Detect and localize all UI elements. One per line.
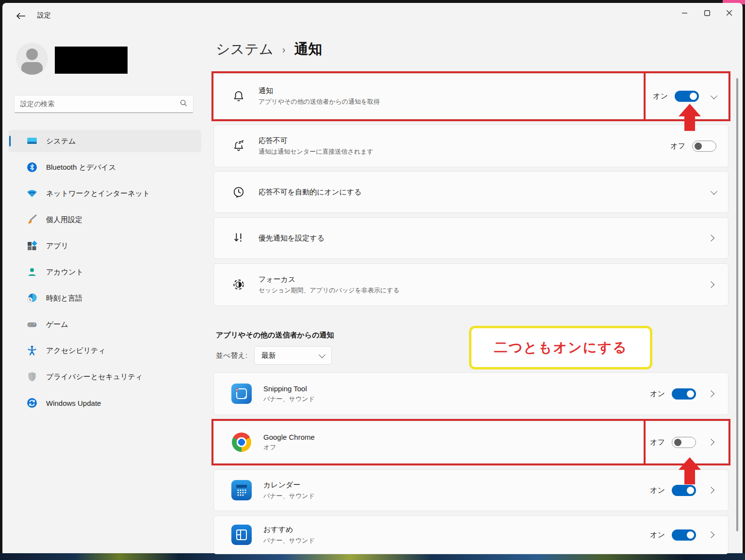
wifi-icon <box>26 187 38 200</box>
calendar-icon <box>231 480 252 500</box>
gamepad-icon <box>26 318 38 331</box>
system-icon <box>26 135 38 147</box>
search-placeholder: 設定の検索 <box>15 100 180 109</box>
focus-icon <box>231 277 246 292</box>
maximize-button[interactable] <box>696 3 718 23</box>
sidebar-item-label: アプリ <box>46 241 68 251</box>
card-subtitle: 通知は通知センターに直接送信されます <box>259 147 670 156</box>
sidebar-item-label: 個人用設定 <box>46 215 82 224</box>
setting-card-auto-dnd[interactable]: 応答不可を自動的にオンにする <box>213 171 729 213</box>
card-title: 優先通知を設定する <box>259 234 709 243</box>
chevron-right-icon[interactable] <box>708 439 714 446</box>
sidebar-item-label: システム <box>46 137 76 146</box>
app-name: カレンダー <box>263 480 650 490</box>
card-title: 応答不可 <box>259 136 670 145</box>
sidebar-item-label: アカウント <box>46 268 83 277</box>
notifications-toggle[interactable] <box>675 91 699 102</box>
sidebar-item-system[interactable]: システム <box>8 130 201 152</box>
search-icon <box>180 99 187 109</box>
google-chrome-toggle[interactable] <box>672 437 696 448</box>
sidebar-item-apps[interactable]: アプリ <box>8 235 201 257</box>
setting-card-do-not-disturb[interactable]: 応答不可 通知は通知センターに直接送信されます オフ <box>213 125 729 167</box>
chevron-right-icon[interactable] <box>708 487 714 494</box>
brush-icon <box>26 213 38 226</box>
accessibility-icon <box>26 344 38 357</box>
account-icon <box>26 266 38 278</box>
chevron-right-icon[interactable] <box>708 390 714 397</box>
page-title: 通知 <box>294 40 322 59</box>
annotation-text: 二つともオンにする <box>494 338 627 357</box>
priority-icon <box>231 231 246 245</box>
breadcrumb-separator: › <box>282 44 286 55</box>
sort-dropdown[interactable]: 最新 <box>254 346 332 365</box>
toggle-state-label: オン <box>650 530 665 540</box>
toggle-state-label: オン <box>650 486 665 495</box>
sidebar-item-accounts[interactable]: アカウント <box>8 261 201 283</box>
sidebar-item-privacy[interactable]: プライバシーとセキュリティ <box>8 366 201 388</box>
sidebar-item-accessibility[interactable]: アクセシビリティ <box>8 339 201 362</box>
card-subtitle: アプリやその他の送信者からの通知を取得 <box>259 97 653 106</box>
chevron-down-icon[interactable] <box>711 92 717 99</box>
update-icon <box>26 397 38 409</box>
sidebar-item-label: 時刻と言語 <box>46 294 82 303</box>
setting-card-focus[interactable]: フォーカス セッション期間、アプリのバッジを非表示にする <box>213 263 729 306</box>
do-not-disturb-toggle[interactable] <box>692 141 716 152</box>
main-content: システム › 通知 通知 アプリやその他の送信者からの通知を取得 オン <box>213 27 729 553</box>
sidebar-item-windows-update[interactable]: Windows Update <box>8 392 201 414</box>
toggle-state-label: オフ <box>650 438 665 447</box>
sort-label: 並べ替え: <box>216 351 247 360</box>
calendar-toggle[interactable] <box>672 485 696 496</box>
avatar[interactable] <box>16 43 48 75</box>
app-name: Snipping Tool <box>263 384 650 393</box>
sort-value: 最新 <box>261 351 320 360</box>
card-title: フォーカス <box>259 275 709 284</box>
settings-window: 設定 設定の検索 システム Bluetooth とデバイス <box>2 3 743 553</box>
sidebar: 設定の検索 システム Bluetooth とデバイス ネットワークとインターネッ… <box>2 27 211 553</box>
app-row-calendar[interactable]: カレンダー バナー、サウンド オン <box>213 469 729 511</box>
suggestions-icon <box>231 525 252 545</box>
sidebar-item-label: Windows Update <box>46 399 101 407</box>
snipping-tool-toggle[interactable] <box>672 388 696 400</box>
search-input[interactable]: 設定の検索 <box>14 95 194 113</box>
back-button[interactable] <box>13 10 29 22</box>
sort-row: 並べ替え: 最新 <box>216 346 332 365</box>
minimize-button[interactable] <box>674 3 696 23</box>
sidebar-item-personalization[interactable]: 個人用設定 <box>8 208 201 231</box>
annotation-note: 二つともオンにする <box>469 326 652 369</box>
chevron-down-icon[interactable] <box>711 188 717 195</box>
snipping-tool-icon <box>231 384 252 404</box>
titlebar: 設定 <box>2 3 743 27</box>
sidebar-item-network[interactable]: ネットワークとインターネット <box>8 182 201 205</box>
sidebar-item-time-language[interactable]: 時刻と言語 <box>8 287 201 309</box>
chevron-down-icon <box>319 352 325 358</box>
sidebar-item-label: アクセシビリティ <box>46 346 106 355</box>
app-row-snipping-tool[interactable]: Snipping Tool バナー、サウンド オン <box>213 372 729 415</box>
setting-card-priority-notifications[interactable]: 優先通知を設定する <box>213 217 729 259</box>
sidebar-item-label: プライバシーとセキュリティ <box>46 372 143 382</box>
app-subtitle: オフ <box>263 443 650 452</box>
chevron-right-icon[interactable] <box>708 235 714 241</box>
close-button[interactable] <box>718 3 741 23</box>
apps-section-heading: アプリやその他の送信者からの通知 <box>216 331 334 340</box>
breadcrumb-parent[interactable]: システム <box>216 40 274 59</box>
toggle-state-label: オン <box>653 92 668 101</box>
back-arrow-icon <box>16 13 26 19</box>
toggle-state-label: オフ <box>670 142 685 151</box>
bluetooth-icon <box>26 161 38 174</box>
suggestions-toggle[interactable] <box>672 529 696 541</box>
shield-icon <box>26 370 38 383</box>
app-row-google-chrome[interactable]: Google Chrome オフ オフ <box>213 421 729 464</box>
chevron-right-icon[interactable] <box>708 531 714 538</box>
app-subtitle: バナー、サウンド <box>263 395 650 403</box>
sidebar-item-gaming[interactable]: ゲーム <box>8 313 201 336</box>
scrollbar[interactable] <box>736 78 738 531</box>
app-subtitle: バナー、サウンド <box>263 536 650 545</box>
sidebar-nav: システム Bluetooth とデバイス ネットワークとインターネット 個人用設… <box>8 130 201 418</box>
chevron-right-icon[interactable] <box>708 281 714 288</box>
window-title: 設定 <box>37 11 51 20</box>
app-name: おすすめ <box>263 525 650 534</box>
setting-card-notifications[interactable]: 通知 アプリやその他の送信者からの通知を取得 オン <box>213 73 729 119</box>
breadcrumb: システム › 通知 <box>216 40 322 59</box>
sidebar-item-bluetooth[interactable]: Bluetooth とデバイス <box>8 156 201 178</box>
app-row-suggestions[interactable]: おすすめ バナー、サウンド オン <box>213 515 729 554</box>
